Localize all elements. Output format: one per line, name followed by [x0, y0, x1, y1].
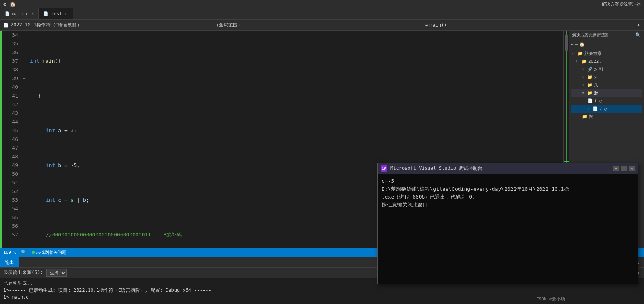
- tree-arrow-header: ▷: [582, 83, 586, 87]
- breadcrumb-section-1[interactable]: 📄 2022.10.1操作符（C语言初阶）: [0, 20, 211, 30]
- status-text: 未找到相关问题: [36, 250, 66, 255]
- right-panel-header: 解决方案资源管理器 🔍: [569, 31, 644, 39]
- fn-main: main: [42, 57, 55, 66]
- panel-nav: ← → 🏠: [571, 41, 642, 48]
- tree-item-file1[interactable]: 📄 + ○: [571, 97, 642, 105]
- tree-item-ref[interactable]: ▷ 🔗 ○ 引: [571, 65, 642, 73]
- output-tab-label: 输出: [5, 259, 14, 266]
- breadcrumb-bar: 📄 2022.10.1操作符（C语言初阶） （全局范围） ⊙ main() +: [0, 20, 644, 31]
- tab-test-c[interactable]: 📄 test.c: [39, 8, 73, 19]
- right-panel-label: 解决方案资源管理器: [602, 1, 641, 7]
- breadcrumb-1: 2022.10.1操作符（C语言初阶）: [11, 22, 82, 28]
- tab-main-c-label: main.c: [12, 11, 29, 17]
- collapse-34[interactable]: ─: [21, 31, 27, 39]
- console-line-1: c=-5: [382, 177, 634, 185]
- console-close[interactable]: ✕: [629, 166, 635, 171]
- tree-arrow-ref: ▷: [582, 67, 586, 71]
- tree-item-source[interactable]: ▼ 📁 源: [571, 89, 642, 97]
- tree-arrow-file2: ▷: [588, 107, 591, 111]
- console-content: c=-5 E:\梦想杂货铺\编程\gitee\Coding-every-day\…: [378, 174, 638, 284]
- line-numbers: 34 35 36 37 38 39 40 41 42 43 44 45 46 4…: [2, 31, 21, 248]
- breadcrumb-2: （全局范围）: [214, 22, 243, 28]
- kw-int: int: [30, 57, 39, 66]
- csdn-watermark: CSDN @云小场: [536, 296, 565, 302]
- console-line-5: 按任意键关闭此窗口. . .: [382, 201, 634, 209]
- console-window: CA Microsoft Visual Studio 调试控制台 ─ □ ✕ c…: [377, 163, 638, 284]
- panel-home[interactable]: 🏠: [579, 42, 585, 47]
- breadcrumb-section-3[interactable]: ⊙ main(): [422, 20, 633, 30]
- breadcrumb-add-btn[interactable]: +: [633, 20, 644, 30]
- tree-arrow-project: ▷: [576, 59, 580, 63]
- zoom-value: 109 %: [3, 250, 16, 255]
- console-line-4: .exe（进程 6608）已退出，代码为 0。: [382, 193, 634, 201]
- console-minimize[interactable]: ─: [613, 166, 619, 171]
- tree-item-project[interactable]: ▷ 📁 2022.: [571, 57, 642, 65]
- tree-arrow-solution: ▷: [572, 51, 576, 55]
- green-dot: [32, 251, 35, 254]
- tree-item-header[interactable]: ▷ 📁 头: [571, 81, 642, 89]
- tree-item-ext[interactable]: ▷ 📁 外: [571, 73, 642, 81]
- top-bar: ⚙ 🏠 解决方案资源管理器: [0, 0, 644, 8]
- settings-icon[interactable]: ⚙: [3, 1, 6, 7]
- status-issues[interactable]: 未找到相关问题: [32, 250, 66, 255]
- code-line-34: int main (): [30, 57, 563, 66]
- function-icon: ⊙: [425, 23, 428, 28]
- home-icon[interactable]: 🏠: [9, 1, 16, 7]
- tree-arrow-ext: ▷: [582, 75, 586, 79]
- console-line-3: E:\梦想杂货铺\编程\gitee\Coding-every-day\2022年…: [382, 185, 634, 193]
- breadcrumb-3: main(): [429, 23, 446, 28]
- tree-item-res[interactable]: 📁 资: [571, 113, 642, 120]
- console-title-bar: CA Microsoft Visual Studio 调试控制台 ─ □ ✕: [378, 163, 638, 174]
- status-magnifier-icon[interactable]: 🔍: [21, 250, 27, 255]
- tab-bar: 📄 main.c ✕ 📄 test.c: [0, 8, 644, 20]
- panel-forward[interactable]: →: [575, 42, 578, 47]
- console-title-text: Microsoft Visual Studio 调试控制台: [390, 165, 610, 172]
- tab-main-c[interactable]: 📄 main.c ✕: [0, 8, 39, 19]
- right-panel-title: 解决方案资源管理器: [572, 32, 608, 38]
- collapse-markers: ─ ─: [21, 31, 27, 248]
- scrollbar-marker: [564, 161, 569, 162]
- output-source-label: 显示输出来源(S):: [3, 269, 43, 276]
- output-tab[interactable]: 输出: [0, 257, 19, 267]
- output-line-2: 1>------ 已启动生成: 项目: 2022.10.1操作符（C语言初阶）,…: [3, 287, 641, 294]
- output-source-select[interactable]: 生成: [46, 269, 67, 277]
- tree-arrow-source: ▼: [582, 91, 586, 95]
- tab-test-c-label: test.c: [51, 11, 68, 17]
- tree-item-file2[interactable]: ▷ 📄 ✓ ○: [571, 105, 642, 113]
- file-icon: 📄: [3, 23, 9, 28]
- code-line-36: int a = 3 ;: [30, 126, 563, 135]
- breadcrumb-section-2[interactable]: （全局范围）: [211, 20, 422, 30]
- console-icon: CA: [381, 165, 387, 172]
- console-win-buttons: ─ □ ✕: [613, 166, 635, 171]
- right-panel-icons: 🔍: [635, 32, 641, 38]
- search-icon[interactable]: 🔍: [635, 32, 641, 38]
- console-maximize[interactable]: □: [621, 166, 627, 171]
- tab-main-c-close[interactable]: ✕: [31, 11, 34, 16]
- scrollbar-thumb[interactable]: [565, 35, 568, 51]
- status-zoom[interactable]: 109 %: [3, 250, 16, 255]
- panel-back[interactable]: ←: [571, 42, 574, 47]
- tree-item-solution[interactable]: ▷ 📁 解决方案: [571, 49, 642, 57]
- code-line-35: {: [30, 92, 563, 100]
- collapse-39[interactable]: ─: [21, 74, 27, 83]
